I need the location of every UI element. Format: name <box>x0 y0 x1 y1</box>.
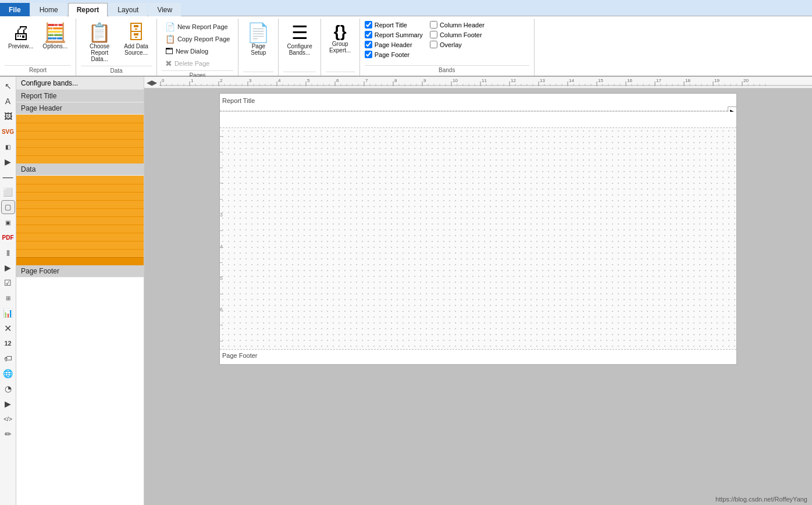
svg-text:5: 5 <box>307 78 310 83</box>
ribbon-group-report: 🖨 Preview... 🧮 Options... Report <box>0 19 76 76</box>
page-footer-check[interactable]: Page Footer <box>365 51 423 58</box>
report-title-band[interactable]: Report Title <box>16 90 144 102</box>
arrow3-tool[interactable]: ▶ <box>1 397 15 411</box>
svg-text:10: 10 <box>453 78 458 83</box>
tab-report[interactable]: Report <box>68 3 108 16</box>
select-tool[interactable]: ↖ <box>1 79 15 93</box>
field-tool[interactable]: ⊞ <box>1 291 15 305</box>
globe-tool[interactable]: 🌐 <box>1 367 15 380</box>
orange-band-14[interactable] <box>16 233 144 241</box>
arrow2-tool[interactable]: ▶ <box>1 261 15 275</box>
orange-band-1[interactable] <box>16 115 144 123</box>
toolbox: ↖ A 🖼 SVG ◧ ▶ — ⬜ ▢ ▣ PDF ||| ▶ ☑ ⊞ 📊 ✕ … <box>0 77 16 505</box>
orange-band-9[interactable] <box>16 192 144 200</box>
page-footer-section[interactable]: Page Footer <box>220 350 736 364</box>
column-footer-check[interactable]: Column Footer <box>430 31 485 38</box>
svg-text:7: 7 <box>365 78 368 83</box>
tab-layout[interactable]: Layout <box>109 3 147 16</box>
num12-tool[interactable]: 12 <box>1 336 15 350</box>
page-header-check[interactable]: Page Header <box>365 41 423 48</box>
shape-tool[interactable]: ◧ <box>1 140 15 154</box>
orange-band-10[interactable] <box>16 200 144 208</box>
arrow-tool[interactable]: ▶ <box>1 155 15 169</box>
barcode-box-tool[interactable]: ▣ <box>1 215 15 229</box>
page-setup-button[interactable]: 📄 PageSetup <box>243 21 273 58</box>
svg-text:17: 17 <box>656 78 661 83</box>
page-footer-band[interactable]: Page Footer <box>16 265 144 278</box>
orange-band-16[interactable] <box>16 249 144 257</box>
report-title-section[interactable]: Report Title <box>220 94 736 111</box>
orange-band-dark[interactable] <box>16 257 144 265</box>
orange-band-5[interactable] <box>16 147 144 155</box>
ribbon-group-group-expert: {} GroupExpert... <box>321 19 360 76</box>
bands-checkbox-cols: Report Title Report Summary Page Header … <box>365 21 485 58</box>
line-tool[interactable]: — <box>1 170 15 184</box>
orange-band-4[interactable] <box>16 139 144 147</box>
orange-band-12[interactable] <box>16 216 144 225</box>
tab-file[interactable]: File <box>0 3 30 16</box>
orange-band-7[interactable] <box>16 176 144 184</box>
tag-tool[interactable]: 🏷 <box>1 351 15 365</box>
overlay-check[interactable]: Overlay <box>430 41 485 48</box>
page-canvas[interactable]: Report Title ▶ –––~–3–4–5–6~– <box>144 88 812 505</box>
tab-home[interactable]: Home <box>31 3 67 16</box>
add-data-source-icon: 🗄 <box>127 23 145 42</box>
orange-band-15[interactable] <box>16 241 144 249</box>
delete-page-button[interactable]: ✖ Delete Page <box>162 58 213 69</box>
copy-report-page-icon: 📋 <box>165 34 175 44</box>
orange-band-6[interactable] <box>16 155 144 163</box>
configure-bands-panel-button[interactable]: Configure bands... <box>16 77 144 90</box>
report-summary-checkbox[interactable] <box>365 31 372 38</box>
data-section[interactable]: –––~–3–4–5–6~– <box>220 128 736 349</box>
options-button[interactable]: 🧮 Options... <box>39 21 71 52</box>
overlay-checkbox[interactable] <box>430 41 437 48</box>
group-expert-button[interactable]: {} GroupExpert... <box>326 21 355 56</box>
column-footer-checkbox[interactable] <box>430 31 437 38</box>
page-header-section[interactable] <box>220 112 736 128</box>
rounded-box-tool[interactable]: ▢ <box>1 200 15 214</box>
ruler-left-arrow[interactable]: ◀▶ <box>144 79 159 87</box>
tab-view[interactable]: View <box>148 3 181 16</box>
checkbox-tool[interactable]: ☑ <box>1 276 15 290</box>
svg-text:13: 13 <box>540 78 545 83</box>
copy-report-page-button[interactable]: 📋 Copy Report Page <box>162 33 234 45</box>
orange-band-11[interactable] <box>16 208 144 216</box>
barcode-tool[interactable]: ||| <box>1 246 15 259</box>
report-title-check[interactable]: Report Title <box>365 21 423 29</box>
new-dialog-button[interactable]: 🗔 New Dialog <box>162 45 212 57</box>
svg-text:1: 1 <box>191 78 194 83</box>
orange-band-8[interactable] <box>16 184 144 192</box>
page-setup-group-label <box>243 72 273 73</box>
svg-text:6: 6 <box>336 78 339 83</box>
text-tool[interactable]: A <box>1 94 15 108</box>
add-data-source-button[interactable]: 🗄 Add DataSource... <box>120 21 152 58</box>
pen-tool[interactable]: ✏ <box>1 427 15 441</box>
page-footer-checkbox[interactable] <box>365 51 372 58</box>
report-summary-check[interactable]: Report Summary <box>365 31 423 38</box>
orange-band-13[interactable] <box>16 225 144 233</box>
report-title-checkbox[interactable] <box>365 21 372 29</box>
data-band-label[interactable]: Data <box>16 163 144 176</box>
gauge-tool[interactable]: ◔ <box>1 382 15 396</box>
choose-report-data-button[interactable]: 📋 Choose ReportData... <box>81 21 118 65</box>
page-header-checkbox[interactable] <box>365 41 372 48</box>
below-page-gray <box>219 365 737 429</box>
code-tool[interactable]: </> <box>1 412 15 426</box>
picture-tool[interactable]: 🖼 <box>1 109 15 123</box>
configure-bands-button[interactable]: ☰ ConfigureBands... <box>283 21 315 58</box>
chart-tool[interactable]: 📊 <box>1 306 15 320</box>
svg-tool[interactable]: SVG <box>1 125 15 138</box>
box-tool[interactable]: ⬜ <box>1 185 15 199</box>
preview-button[interactable]: 🖨 Preview... <box>5 21 37 52</box>
orange-band-2[interactable] <box>16 123 144 131</box>
main-area: ↖ A 🖼 SVG ◧ ▶ — ⬜ ▢ ▣ PDF ||| ▶ ☑ ⊞ 📊 ✕ … <box>0 77 812 505</box>
page-header-band[interactable]: Page Header <box>16 102 144 115</box>
report-group-label: Report <box>5 65 71 73</box>
column-header-check[interactable]: Column Header <box>430 21 485 29</box>
orange-band-3[interactable] <box>16 131 144 139</box>
column-header-checkbox[interactable] <box>430 21 437 29</box>
cross-tool[interactable]: ✕ <box>1 321 15 335</box>
tab-bar: File Home Report Layout View <box>0 0 812 16</box>
pdf-tool[interactable]: PDF <box>1 230 15 244</box>
new-report-page-button[interactable]: 📄 New Report Page <box>162 21 232 33</box>
